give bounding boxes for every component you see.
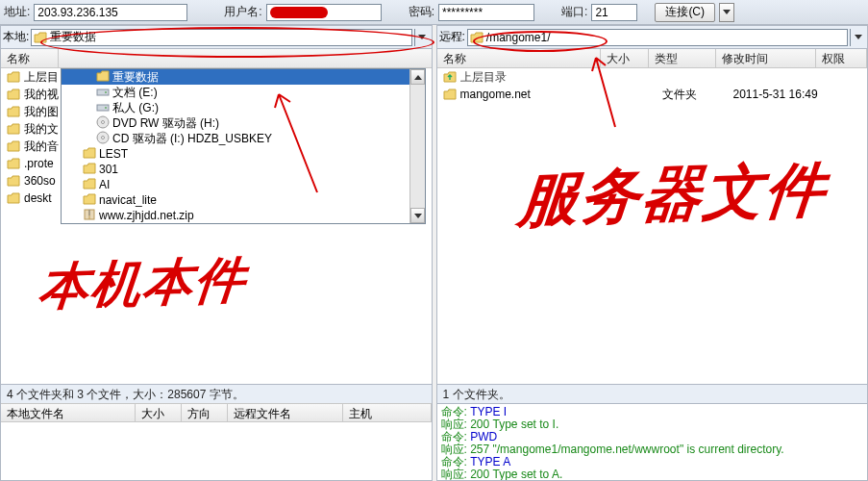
remote-hscroll[interactable] — [437, 367, 868, 384]
col-size[interactable]: 大小 — [601, 49, 649, 67]
chevron-down-icon — [418, 35, 426, 39]
folder-icon — [83, 163, 96, 177]
remote-pathbar: 远程: /mangome1/ — [437, 26, 868, 49]
folder-icon — [83, 193, 96, 208]
file-row[interactable]: mangome.net 文件夹 2011-5-31 16:49 — [437, 86, 868, 103]
row-name: 上层目 — [24, 69, 59, 86]
row-name: 我的图 — [24, 104, 59, 120]
dropdown-item[interactable]: DVD RW 驱动器 (H:) — [62, 115, 425, 131]
connect-dropdown-button[interactable] — [719, 3, 734, 22]
qcol-host[interactable]: 主机 — [343, 404, 432, 421]
address-label: 地址: — [4, 4, 30, 20]
remote-column-headers: 名称 大小 类型 修改时间 权限 — [437, 49, 868, 68]
ftp-log-console[interactable]: 命令: TYPE I响应: 200 Type set to I.命令: PWD响… — [437, 403, 868, 480]
local-path-dropdown-button[interactable] — [414, 29, 430, 46]
qcol-localname[interactable]: 本地文件名 — [1, 404, 136, 421]
col-mtime[interactable]: 修改时间 — [716, 49, 816, 67]
local-filelist[interactable]: 上层目我的视我的图我的文我的音.prote360sodeskt 重要数据文档 (… — [1, 68, 432, 384]
connect-button[interactable]: 连接(C) — [655, 3, 715, 22]
dropdown-scrollbar[interactable] — [409, 69, 425, 223]
username-input[interactable] — [266, 4, 382, 21]
console-line: 响应: 200 Type set to I. — [441, 418, 864, 431]
dropdown-item-label: 重要数据 — [112, 69, 159, 86]
folder-icon — [7, 123, 20, 135]
svg-rect-2 — [97, 105, 109, 111]
dropdown-item-label: www.zjhjdd.net.zip — [99, 209, 194, 222]
col-name[interactable]: 名称 — [437, 49, 601, 67]
row-name: 上层目录 — [460, 69, 507, 86]
folder-icon — [34, 32, 47, 43]
dropdown-item-label: 私人 (G:) — [112, 100, 159, 116]
drive-icon — [96, 101, 110, 115]
remote-path-dropdown-button[interactable] — [850, 29, 865, 46]
folder-icon — [96, 70, 110, 85]
folder-icon — [83, 147, 96, 162]
local-column-headers: 名称 — [1, 49, 432, 68]
qcol-size[interactable]: 大小 — [136, 404, 182, 421]
dropdown-item[interactable]: 301 — [62, 162, 425, 177]
folder-icon — [7, 192, 20, 204]
connection-toolbar: 地址: 用户名: 密码: 端口: 连接(C) — [0, 0, 868, 25]
dropdown-item-label: LEST — [99, 147, 128, 161]
port-input[interactable] — [591, 4, 637, 21]
dropdown-item-label: CD 驱动器 (I:) HDZB_USBKEY — [112, 131, 272, 147]
dropdown-item-label: 301 — [99, 163, 118, 176]
folder-icon — [7, 106, 20, 117]
chevron-down-icon — [855, 35, 862, 39]
folder-icon — [7, 158, 20, 169]
cd-icon — [96, 115, 110, 132]
scroll-up-button[interactable] — [410, 69, 425, 85]
remote-path-text: /mangome1/ — [486, 31, 551, 44]
local-path-text: 重要数据 — [50, 29, 96, 45]
chevron-down-icon — [414, 214, 422, 218]
queue-headers: 本地文件名 大小 方向 远程文件名 主机 — [1, 403, 432, 422]
svg-point-5 — [102, 120, 105, 123]
row-name: 我的视 — [24, 87, 59, 103]
chevron-up-icon — [414, 75, 422, 80]
queue-body[interactable] — [1, 422, 432, 480]
col-name[interactable]: 名称 — [1, 49, 59, 67]
dropdown-item[interactable]: CD 驱动器 (I:) HDZB_USBKEY — [62, 131, 425, 146]
local-panel: 本地: 重要数据 名称 上层目我的视我的图我的文我的音.prote360sode… — [0, 25, 433, 481]
zip-icon — [83, 208, 96, 224]
scroll-down-button[interactable] — [410, 208, 425, 223]
svg-rect-0 — [97, 89, 109, 95]
address-input[interactable] — [34, 4, 187, 21]
password-input[interactable] — [438, 4, 534, 21]
dropdown-item-label: navicat_lite — [99, 193, 157, 207]
chevron-down-icon — [723, 10, 731, 14]
dropdown-item[interactable]: 重要数据 — [62, 69, 425, 85]
folder-icon — [7, 175, 20, 187]
dropdown-item-label: DVD RW 驱动器 (H:) — [112, 115, 219, 132]
remote-statusbar: 1 个文件夹。 — [437, 384, 868, 403]
row-mtime: 2011-5-31 16:49 — [733, 88, 839, 101]
dropdown-item[interactable]: www.zjhjdd.net.zip — [62, 208, 425, 223]
dropdown-item[interactable]: 私人 (G:) — [62, 100, 425, 115]
remote-path-input[interactable]: /mangome1/ — [467, 29, 848, 46]
folder-up-icon — [443, 71, 457, 83]
dropdown-item[interactable]: 文档 (E:) — [62, 85, 425, 100]
port-label: 端口: — [561, 4, 587, 20]
dropdown-item[interactable]: LEST — [62, 146, 425, 162]
row-type: 文件夹 — [662, 87, 730, 103]
password-label: 密码: — [409, 4, 434, 20]
remote-panel: 远程: /mangome1/ 名称 大小 类型 修改时间 权限 上层目录 — [436, 25, 869, 481]
folder-icon — [470, 32, 484, 43]
row-name: deskt — [24, 191, 52, 205]
folder-icon — [83, 178, 96, 192]
console-line: 响应: 200 Type set to A. — [441, 468, 864, 480]
qcol-direction[interactable]: 方向 — [182, 404, 228, 421]
redacted-username — [270, 7, 328, 18]
remote-filelist[interactable]: 上层目录 mangome.net 文件夹 2011-5-31 16:49 — [437, 68, 868, 367]
local-path-input[interactable]: 重要数据 — [31, 29, 411, 46]
dropdown-item[interactable]: navicat_lite — [62, 192, 425, 208]
qcol-remotename[interactable]: 远程文件名 — [228, 404, 343, 421]
dropdown-item[interactable]: AI — [62, 177, 425, 192]
svg-point-7 — [102, 136, 105, 139]
parent-dir-row[interactable]: 上层目录 — [437, 68, 868, 86]
local-folder-dropdown[interactable]: 重要数据文档 (E:)私人 (G:)DVD RW 驱动器 (H:)CD 驱动器 … — [61, 68, 426, 224]
col-perm[interactable]: 权限 — [816, 49, 868, 67]
col-type[interactable]: 类型 — [649, 49, 716, 67]
remote-path-label: 远程: — [439, 29, 465, 45]
folder-icon — [7, 140, 20, 152]
